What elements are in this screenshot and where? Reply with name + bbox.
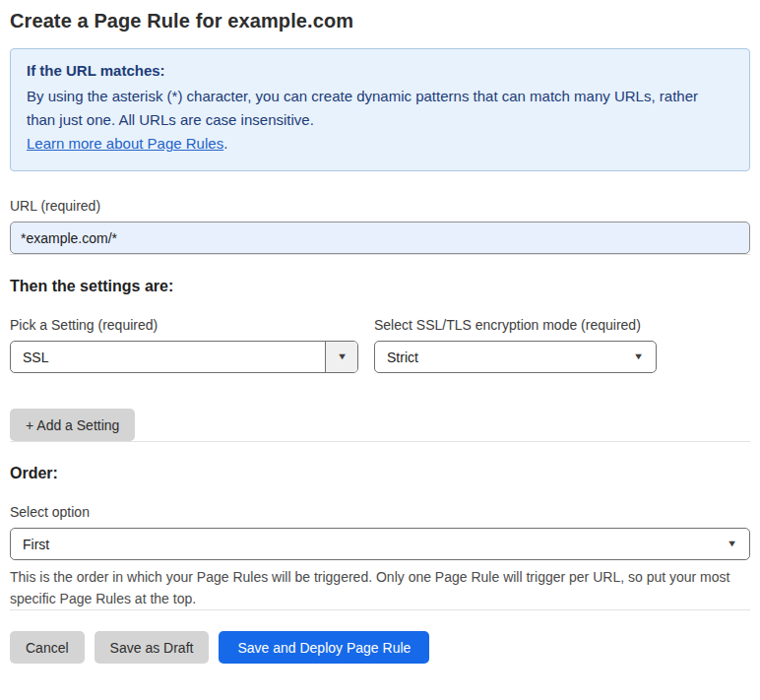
order-value: First bbox=[11, 537, 728, 552]
footer-button-row: Cancel Save as Draft Save and Deploy Pag… bbox=[10, 631, 750, 664]
setting-picker-caret-box[interactable]: ▼ bbox=[325, 342, 357, 372]
setting-picker-label: Pick a Setting (required) bbox=[10, 317, 358, 333]
save-and-deploy-button[interactable]: Save and Deploy Page Rule bbox=[219, 631, 429, 664]
divider bbox=[10, 441, 750, 442]
ssl-mode-label: Select SSL/TLS encryption mode (required… bbox=[374, 317, 750, 333]
setting-picker-value: SSL bbox=[11, 350, 325, 365]
ssl-mode-caret-area: ▼ bbox=[634, 352, 656, 361]
learn-more-link[interactable]: Learn more about Page Rules bbox=[27, 135, 223, 152]
setting-picker-dropdown[interactable]: SSL ▼ bbox=[10, 341, 358, 373]
ssl-mode-column: Select SSL/TLS encryption mode (required… bbox=[374, 317, 750, 373]
cancel-button[interactable]: Cancel bbox=[10, 631, 85, 664]
order-dropdown[interactable]: First ▼ bbox=[10, 528, 750, 560]
order-caret-area: ▼ bbox=[728, 540, 749, 548]
link-suffix: . bbox=[223, 135, 227, 152]
chevron-down-icon: ▼ bbox=[727, 540, 737, 548]
url-input[interactable] bbox=[10, 222, 750, 254]
divider bbox=[10, 254, 750, 255]
add-setting-row: + Add a Setting bbox=[10, 409, 750, 441]
info-box-link-line: Learn more about Page Rules. bbox=[27, 132, 733, 156]
info-box-body: By using the asterisk (*) character, you… bbox=[27, 85, 716, 132]
create-page-rule-panel: Create a Page Rule for example.com If th… bbox=[0, 0, 760, 700]
setting-picker-column: Pick a Setting (required) SSL ▼ bbox=[10, 317, 358, 373]
info-box-heading: If the URL matches: bbox=[27, 59, 733, 83]
url-field-section: URL (required) bbox=[10, 198, 750, 254]
save-as-draft-button[interactable]: Save as Draft bbox=[95, 631, 210, 664]
order-help-text: This is the order in which your Page Rul… bbox=[10, 566, 750, 609]
settings-grid: Pick a Setting (required) SSL ▼ Select S… bbox=[10, 317, 750, 373]
chevron-down-icon: ▼ bbox=[336, 352, 347, 361]
order-section-heading: Order: bbox=[10, 465, 750, 482]
chevron-down-icon: ▼ bbox=[633, 352, 644, 361]
ssl-mode-value: Strict bbox=[375, 350, 634, 365]
order-select-label: Select option bbox=[10, 504, 750, 520]
ssl-mode-dropdown[interactable]: Strict ▼ bbox=[374, 341, 657, 373]
page-title: Create a Page Rule for example.com bbox=[10, 10, 750, 32]
url-match-info-box: If the URL matches: By using the asteris… bbox=[10, 48, 750, 171]
divider bbox=[10, 609, 750, 610]
settings-section-heading: Then the settings are: bbox=[10, 278, 750, 295]
add-setting-button[interactable]: + Add a Setting bbox=[10, 409, 135, 441]
url-field-label: URL (required) bbox=[10, 198, 750, 214]
